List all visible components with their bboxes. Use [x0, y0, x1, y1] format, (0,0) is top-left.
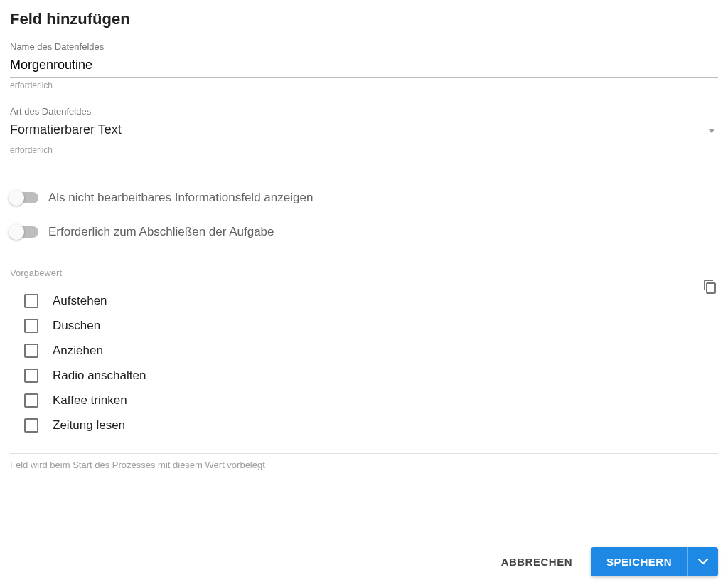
checkbox[interactable] — [24, 393, 38, 408]
save-more-button[interactable] — [687, 547, 718, 576]
save-button-group: Speichern — [591, 547, 718, 576]
name-field-helper: erforderlich — [10, 80, 718, 90]
readonly-toggle-row: Als nicht bearbeitbares Informationsfeld… — [10, 191, 718, 205]
list-item: Zeitung lesen — [24, 413, 718, 438]
list-item: Radio anschalten — [24, 363, 718, 388]
list-item: Duschen — [24, 313, 718, 338]
check-label: Duschen — [53, 319, 100, 333]
type-field-label: Art des Datenfeldes — [10, 106, 718, 117]
cancel-button[interactable]: Abbrechen — [496, 549, 578, 575]
checkbox[interactable] — [24, 418, 38, 433]
copy-icon[interactable] — [702, 279, 717, 297]
check-label: Aufstehen — [53, 294, 107, 308]
dialog-title: Feld hinzufügen — [10, 10, 718, 28]
required-toggle-row: Erforderlich zum Abschließen der Aufgabe — [10, 225, 718, 239]
name-field-label: Name des Datenfeldes — [10, 41, 718, 52]
checkbox[interactable] — [24, 294, 38, 308]
save-button[interactable]: Speichern — [591, 547, 687, 576]
list-item: Aufstehen — [24, 288, 718, 313]
dialog-footer: Abbrechen Speichern — [10, 547, 718, 582]
type-field-value: Formatierbarer Text — [10, 122, 708, 137]
toggle-thumb — [9, 224, 24, 240]
check-label: Anziehen — [53, 344, 103, 358]
required-toggle-label: Erforderlich zum Abschließen der Aufgabe — [48, 225, 274, 239]
chevron-down-icon — [698, 559, 708, 565]
chevron-down-icon — [708, 125, 718, 135]
name-field-input[interactable] — [10, 55, 718, 78]
check-label: Zeitung lesen — [53, 418, 125, 433]
type-field-group: Art des Datenfeldes Formatierbarer Text … — [10, 106, 718, 155]
check-label: Kaffee trinken — [53, 393, 127, 408]
default-value-label: Vorgabewert — [10, 268, 718, 278]
divider — [10, 453, 718, 454]
checkbox[interactable] — [24, 369, 38, 383]
checkbox[interactable] — [24, 319, 38, 333]
readonly-toggle-label: Als nicht bearbeitbares Informationsfeld… — [48, 191, 313, 205]
default-value-helper: Feld wird beim Start des Prozesses mit d… — [10, 460, 718, 470]
list-item: Kaffee trinken — [24, 388, 718, 413]
default-value-section: Vorgabewert Aufstehen Duschen Anziehen — [10, 268, 718, 470]
toggle-thumb — [9, 190, 24, 206]
required-toggle[interactable] — [10, 226, 38, 238]
list-item: Anziehen — [24, 338, 718, 363]
name-field-group: Name des Datenfeldes erforderlich — [10, 41, 718, 90]
type-field-select[interactable]: Formatierbarer Text — [10, 120, 718, 142]
readonly-toggle[interactable] — [10, 192, 38, 203]
check-label: Radio anschalten — [53, 369, 146, 383]
default-value-checklist: Aufstehen Duschen Anziehen Radio anschal… — [10, 285, 718, 438]
svg-rect-0 — [707, 283, 715, 293]
type-field-helper: erforderlich — [10, 145, 718, 155]
checkbox[interactable] — [24, 344, 38, 358]
